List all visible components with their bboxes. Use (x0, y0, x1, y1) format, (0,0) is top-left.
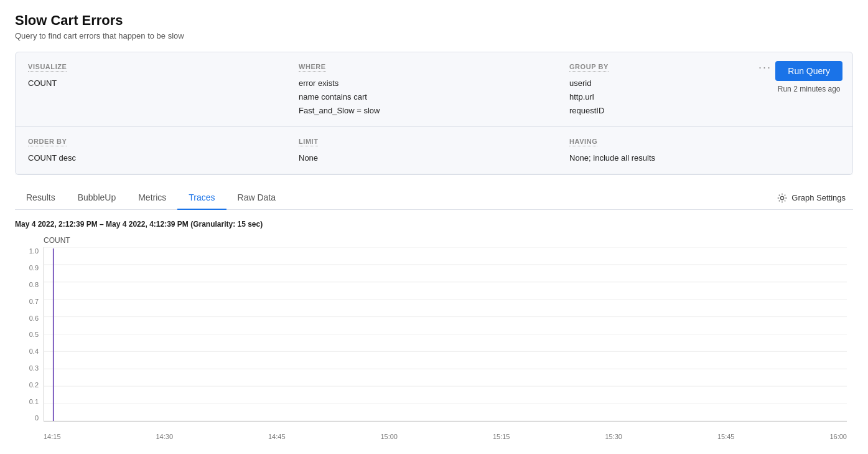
y-tick-03: 0.3 (15, 364, 42, 372)
run-query-area: Run Query Run 2 minutes ago (775, 61, 842, 93)
y-tick-10: 1.0 (15, 247, 42, 255)
group-by-label: GROUP BY (569, 63, 609, 72)
x-axis: 14:15 14:30 14:45 15:00 15:15 15:30 15:4… (44, 423, 847, 440)
chart-wrapper: 0 0.1 0.2 0.3 0.4 0.5 0.6 0.7 0.8 0.9 1.… (15, 247, 853, 440)
limit-value: None (299, 151, 569, 165)
run-info: Run 2 minutes ago (778, 85, 841, 93)
graph-settings-button[interactable]: Graph Settings (769, 187, 853, 209)
x-tick-1600: 16:00 (829, 433, 847, 440)
x-tick-1530: 15:30 (605, 433, 622, 440)
x-tick-1445: 14:45 (268, 433, 286, 440)
limit-col: LIMIT None (299, 136, 569, 165)
graph-settings-label: Graph Settings (791, 193, 846, 202)
chart-svg (44, 247, 847, 421)
having-col: HAVING None; include all results (569, 136, 840, 165)
where-line-1: error exists (299, 77, 569, 90)
more-options-button[interactable]: ··· (758, 61, 772, 74)
gear-icon (777, 192, 788, 204)
order-by-col: ORDER BY COUNT desc (28, 136, 299, 165)
run-query-button[interactable]: Run Query (775, 61, 842, 81)
x-tick-1415: 14:15 (44, 433, 61, 440)
query-row-2: ORDER BY COUNT desc LIMIT None HAVING No… (16, 127, 852, 174)
order-by-value: COUNT desc (28, 151, 299, 165)
query-row-1: VISUALIZE COUNT WHERE error exists name … (16, 52, 852, 127)
tab-raw-data[interactable]: Raw Data (226, 186, 287, 210)
where-line-2: name contains cart (299, 90, 569, 104)
x-tick-1430: 14:30 (156, 433, 173, 440)
having-value: None; include all results (569, 151, 840, 165)
time-range-label: May 4 2022, 2:12:39 PM – May 4 2022, 4:1… (15, 220, 853, 229)
tab-metrics[interactable]: Metrics (127, 186, 177, 210)
y-tick-07: 0.7 (15, 298, 42, 305)
count-label: COUNT (15, 236, 853, 245)
tab-traces[interactable]: Traces (177, 186, 226, 210)
y-tick-09: 0.9 (15, 264, 42, 272)
limit-label: LIMIT (299, 138, 318, 146)
tabs-list: Results BubbleUp Metrics Traces Raw Data (15, 186, 287, 209)
y-tick-05: 0.5 (15, 331, 42, 338)
chart-inner (44, 247, 847, 422)
page-subtitle: Query to find cart errors that happen to… (15, 31, 853, 40)
group-by-line-3: requestID (569, 104, 840, 118)
visualize-value: COUNT (28, 77, 299, 90)
x-tick-1500: 15:00 (380, 433, 398, 440)
y-tick-08: 0.8 (15, 281, 42, 288)
y-tick-02: 0.2 (15, 381, 42, 389)
tabs-bar: Results BubbleUp Metrics Traces Raw Data… (15, 186, 853, 210)
visualize-col: VISUALIZE COUNT (28, 61, 299, 118)
query-panel: VISUALIZE COUNT WHERE error exists name … (15, 52, 853, 175)
y-tick-06: 0.6 (15, 314, 42, 322)
y-tick-04: 0.4 (15, 348, 42, 355)
svg-point-0 (781, 196, 784, 199)
where-label: WHERE (299, 63, 326, 72)
tab-results[interactable]: Results (15, 186, 67, 210)
where-col: WHERE error exists name contains cart Fa… (299, 61, 569, 118)
x-tick-1515: 15:15 (493, 433, 510, 440)
page-title: Slow Cart Errors (15, 12, 853, 29)
tab-bubbleup[interactable]: BubbleUp (67, 186, 128, 210)
order-by-label: ORDER BY (28, 138, 67, 146)
visualize-label: VISUALIZE (28, 63, 67, 72)
where-line-3: Fast_and_Slow = slow (299, 104, 569, 118)
having-label: HAVING (569, 138, 597, 146)
y-axis: 0 0.1 0.2 0.3 0.4 0.5 0.6 0.7 0.8 0.9 1.… (15, 247, 42, 422)
x-tick-1545: 15:45 (717, 433, 735, 440)
where-value: error exists name contains cart Fast_and… (299, 77, 569, 118)
y-tick-0: 0 (15, 414, 42, 422)
y-tick-01: 0.1 (15, 398, 42, 405)
chart-area: May 4 2022, 2:12:39 PM – May 4 2022, 4:1… (15, 220, 853, 440)
